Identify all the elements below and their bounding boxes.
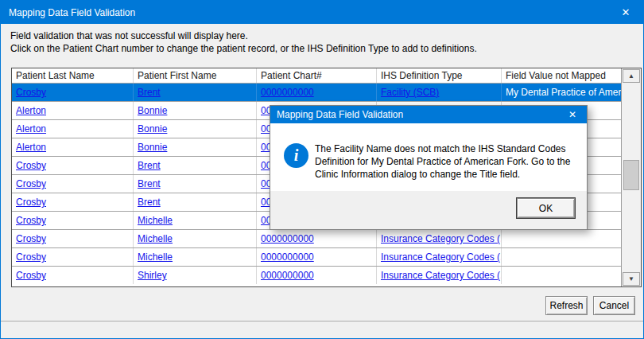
table-row[interactable]: Crosby Brent 0000000000 Facility (SCB) M… xyxy=(12,83,641,101)
ok-button[interactable]: OK xyxy=(516,197,576,219)
modal-close-icon[interactable]: ✕ xyxy=(558,106,587,123)
instructions-line-1: Field validation that was not successful… xyxy=(10,29,477,42)
ihs-definition-type-link[interactable]: Insurance Category Codes (... xyxy=(381,270,502,281)
patient-last-name-link[interactable]: Crosby xyxy=(16,215,46,226)
patient-last-name-link[interactable]: Crosby xyxy=(16,251,46,263)
instructions-line-2: Click on the Patient Chart number to cha… xyxy=(10,42,477,55)
patient-first-name-link[interactable]: Brent xyxy=(138,197,161,208)
patient-chart-link[interactable]: 0000000000 xyxy=(261,251,314,263)
patient-first-name-link[interactable]: Bonnie xyxy=(138,105,167,116)
patient-last-name-link[interactable]: Crosby xyxy=(16,197,46,208)
column-header-patient-first-name[interactable]: Patient First Name xyxy=(134,68,257,83)
footer-divider xyxy=(1,321,643,321)
column-header-ihs-definition-type[interactable]: IHS Definition Type xyxy=(377,68,502,83)
ihs-definition-type-link[interactable]: Facility (SCB) xyxy=(381,87,439,98)
patient-last-name-link[interactable]: Crosby xyxy=(16,270,46,281)
patient-chart-link[interactable]: 0000000000 xyxy=(261,87,314,98)
patient-first-name-link[interactable]: Brent xyxy=(138,178,161,189)
modal-title: Mapping Data Field Validation xyxy=(270,109,403,120)
field-value-not-mapped-cell xyxy=(502,267,641,284)
field-value-not-mapped-cell xyxy=(502,230,641,247)
modal-message: The Facility Name does not match the IHS… xyxy=(315,142,580,181)
scroll-down-icon[interactable]: ▼ xyxy=(623,272,640,286)
table-header: Patient Last Name Patient First Name Pat… xyxy=(12,68,641,83)
patient-last-name-link[interactable]: Alerton xyxy=(16,142,46,153)
patient-first-name-link[interactable]: Michelle xyxy=(138,215,173,226)
patient-first-name-link[interactable]: Brent xyxy=(138,87,161,98)
patient-last-name-link[interactable]: Crosby xyxy=(16,160,46,171)
patient-chart-link[interactable]: 0000000000 xyxy=(261,233,314,244)
info-icon: i xyxy=(284,143,308,168)
modal-body: i The Facility Name does not match the I… xyxy=(270,123,587,193)
field-value-not-mapped-cell xyxy=(502,248,641,266)
patient-first-name-link[interactable]: Bonnie xyxy=(138,142,167,153)
patient-last-name-link[interactable]: Crosby xyxy=(16,87,46,98)
table-row[interactable]: Crosby Michelle 0000000000 Insurance Cat… xyxy=(12,247,641,266)
patient-last-name-link[interactable]: Alerton xyxy=(16,123,46,134)
modal-footer: OK xyxy=(270,191,587,229)
modal-titlebar: Mapping Data Field Validation ✕ xyxy=(270,106,587,123)
patient-chart-link[interactable]: 0000000000 xyxy=(261,270,314,281)
patient-first-name-link[interactable]: Shirley xyxy=(138,270,167,281)
table-row[interactable]: Crosby Shirley 0000000000 Insurance Cate… xyxy=(12,266,641,284)
vertical-scrollbar[interactable]: ▲ ▼ xyxy=(621,68,641,286)
patient-last-name-link[interactable]: Alerton xyxy=(16,105,46,116)
column-header-field-value-not-mapped[interactable]: Field Value not Mapped xyxy=(502,68,641,83)
instructions: Field validation that was not successful… xyxy=(10,29,477,55)
patient-last-name-link[interactable]: Crosby xyxy=(16,233,46,244)
column-header-patient-last-name[interactable]: Patient Last Name xyxy=(12,68,134,83)
mapping-validation-dialog: Mapping Data Field Validation ✕ Field va… xyxy=(0,0,644,339)
patient-first-name-link[interactable]: Michelle xyxy=(138,251,173,263)
validation-message-dialog: Mapping Data Field Validation ✕ i The Fa… xyxy=(270,105,588,230)
ihs-definition-type-link[interactable]: Insurance Category Codes (... xyxy=(381,251,502,263)
cancel-button[interactable]: Cancel xyxy=(593,296,635,315)
scrollbar-thumb[interactable] xyxy=(623,160,639,190)
dialog-titlebar: Mapping Data Field Validation ✕ xyxy=(1,1,643,24)
patient-first-name-link[interactable]: Bonnie xyxy=(138,123,167,134)
patient-first-name-link[interactable]: Brent xyxy=(138,160,161,171)
patient-last-name-link[interactable]: Crosby xyxy=(16,178,46,189)
close-icon[interactable]: ✕ xyxy=(608,1,643,24)
table-row[interactable]: Crosby Michelle 0000000000 Insurance Cat… xyxy=(12,229,641,247)
refresh-button[interactable]: Refresh xyxy=(545,296,588,315)
dialog-title: Mapping Data Field Validation xyxy=(1,7,135,18)
scroll-up-icon[interactable]: ▲ xyxy=(623,69,640,83)
ihs-definition-type-link[interactable]: Insurance Category Codes (... xyxy=(381,233,502,244)
column-header-patient-chart[interactable]: Patient Chart# xyxy=(257,68,377,83)
field-value-not-mapped-cell: My Dental Practice of Americ... xyxy=(502,84,641,101)
patient-first-name-link[interactable]: Michelle xyxy=(138,233,173,244)
